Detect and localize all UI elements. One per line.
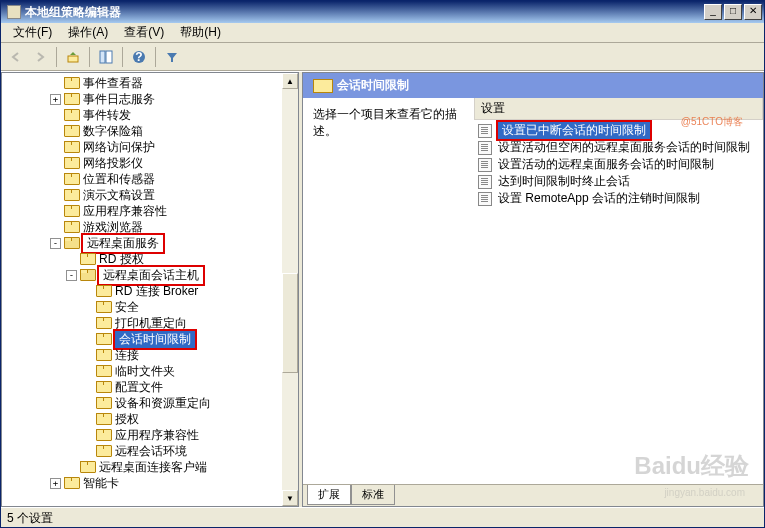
tree-item[interactable]: 临时文件夹 — [2, 363, 298, 379]
tree-item[interactable]: 授权 — [2, 411, 298, 427]
folder-icon — [96, 365, 110, 377]
tree-item-label[interactable]: RD 连接 Broker — [113, 283, 200, 300]
settings-pane: 设置 设置已中断会话的时间限制设置活动但空闲的远程桌面服务会话的时间限制设置活动… — [473, 98, 763, 484]
svg-rect-1 — [100, 51, 105, 63]
tree-item[interactable]: 网络访问保护 — [2, 139, 298, 155]
tree-item-label[interactable]: 应用程序兼容性 — [113, 427, 201, 444]
tree-item[interactable]: 演示文稿设置 — [2, 187, 298, 203]
maximize-button[interactable]: □ — [724, 4, 742, 20]
tree-item[interactable]: 网络投影仪 — [2, 155, 298, 171]
tree-item[interactable]: 应用程序兼容性 — [2, 427, 298, 443]
tree-item-label[interactable]: 临时文件夹 — [113, 363, 177, 380]
tree-item[interactable]: 应用程序兼容性 — [2, 203, 298, 219]
tree-item-label[interactable]: 远程会话环境 — [113, 443, 189, 460]
settings-column-header[interactable]: 设置 — [474, 98, 763, 120]
tree-item[interactable]: 会话时间限制 — [2, 331, 298, 347]
menubar: 文件(F) 操作(A) 查看(V) 帮助(H) — [1, 23, 764, 43]
tree-item-label[interactable]: 智能卡 — [81, 475, 121, 492]
toolbar: ? — [1, 43, 764, 71]
scroll-up-button[interactable]: ▲ — [282, 73, 298, 89]
tree-panel[interactable]: 事件查看器+事件日志服务事件转发数字保险箱网络访问保护网络投影仪位置和传感器演示… — [1, 72, 299, 507]
list-item[interactable]: 设置已中断会话的时间限制 — [474, 122, 763, 139]
tree-item[interactable]: RD 连接 Broker — [2, 283, 298, 299]
no-expand — [50, 222, 61, 233]
list-item-label[interactable]: 设置已中断会话的时间限制 — [496, 120, 652, 141]
no-expand — [82, 286, 93, 297]
window-buttons: _ □ ✕ — [704, 4, 762, 20]
no-expand — [50, 174, 61, 185]
no-expand — [82, 302, 93, 313]
policy-icon — [478, 158, 492, 172]
close-button[interactable]: ✕ — [744, 4, 762, 20]
titlebar[interactable]: 本地组策略编辑器 _ □ ✕ — [1, 1, 764, 23]
list-item[interactable]: 设置 RemoteApp 会话的注销时间限制 — [474, 190, 763, 207]
tree-item-label[interactable]: 数字保险箱 — [81, 123, 145, 140]
list-item[interactable]: 设置活动的远程桌面服务会话的时间限制 — [474, 156, 763, 173]
tree-item-label[interactable]: 授权 — [113, 411, 141, 428]
collapse-icon[interactable]: - — [66, 270, 77, 281]
tree-item[interactable]: 安全 — [2, 299, 298, 315]
tree-item[interactable]: 数字保险箱 — [2, 123, 298, 139]
filter-button[interactable] — [161, 46, 183, 68]
view-tabs: 扩展 标准 — [303, 484, 763, 506]
folder-icon — [64, 189, 78, 201]
detail-header: 会话时间限制 — [303, 73, 763, 98]
tree-scrollbar[interactable]: ▲ ▼ — [282, 73, 298, 506]
scroll-thumb[interactable] — [282, 273, 298, 373]
list-item-label[interactable]: 设置 RemoteApp 会话的注销时间限制 — [496, 190, 702, 207]
tree-item-label[interactable]: 事件转发 — [81, 107, 133, 124]
expand-icon[interactable]: + — [50, 478, 61, 489]
folder-icon — [96, 285, 110, 297]
tree-item[interactable]: 位置和传感器 — [2, 171, 298, 187]
folder-icon — [80, 269, 94, 281]
tree-item[interactable]: +智能卡 — [2, 475, 298, 491]
menu-file[interactable]: 文件(F) — [5, 22, 60, 43]
menu-view[interactable]: 查看(V) — [116, 22, 172, 43]
folder-icon — [80, 461, 94, 473]
tree-item-label[interactable]: 事件查看器 — [81, 75, 145, 92]
tree-item-label[interactable]: 连接 — [113, 347, 141, 364]
tree-item[interactable]: 事件查看器 — [2, 75, 298, 91]
tree-item[interactable]: -远程桌面服务 — [2, 235, 298, 251]
tree-item[interactable]: 配置文件 — [2, 379, 298, 395]
tree-item-label[interactable]: 位置和传感器 — [81, 171, 157, 188]
no-expand — [50, 158, 61, 169]
tree-item-label[interactable]: 远程桌面连接客户端 — [97, 459, 209, 476]
expand-icon[interactable]: + — [50, 94, 61, 105]
tree-item[interactable]: +事件日志服务 — [2, 91, 298, 107]
list-item-label[interactable]: 设置活动的远程桌面服务会话的时间限制 — [496, 156, 716, 173]
tree-item-label[interactable]: 事件日志服务 — [81, 91, 157, 108]
scroll-down-button[interactable]: ▼ — [282, 490, 298, 506]
window-title: 本地组策略编辑器 — [25, 4, 704, 21]
show-hide-button[interactable] — [95, 46, 117, 68]
list-item-label[interactable]: 达到时间限制时终止会话 — [496, 173, 632, 190]
menu-help[interactable]: 帮助(H) — [172, 22, 229, 43]
tree-item-label[interactable]: 网络投影仪 — [81, 155, 145, 172]
tree-item[interactable]: 事件转发 — [2, 107, 298, 123]
tree-item[interactable]: -远程桌面会话主机 — [2, 267, 298, 283]
tree-item-label[interactable]: 网络访问保护 — [81, 139, 157, 156]
list-item-label[interactable]: 设置活动但空闲的远程桌面服务会话的时间限制 — [496, 139, 752, 156]
no-expand — [82, 430, 93, 441]
up-button[interactable] — [62, 46, 84, 68]
list-item[interactable]: 设置活动但空闲的远程桌面服务会话的时间限制 — [474, 139, 763, 156]
collapse-icon[interactable]: - — [50, 238, 61, 249]
tree-item-label[interactable]: 配置文件 — [113, 379, 165, 396]
list-item[interactable]: 达到时间限制时终止会话 — [474, 173, 763, 190]
folder-icon — [80, 253, 94, 265]
tree-item-label[interactable]: 应用程序兼容性 — [81, 203, 169, 220]
tree-item-label[interactable]: 安全 — [113, 299, 141, 316]
tree-item-label[interactable]: 设备和资源重定向 — [113, 395, 213, 412]
tree-item[interactable]: 远程桌面连接客户端 — [2, 459, 298, 475]
folder-icon — [64, 93, 78, 105]
tab-extended[interactable]: 扩展 — [307, 485, 351, 505]
help-button[interactable]: ? — [128, 46, 150, 68]
tab-standard[interactable]: 标准 — [351, 485, 395, 505]
tree-item[interactable]: 设备和资源重定向 — [2, 395, 298, 411]
menu-action[interactable]: 操作(A) — [60, 22, 116, 43]
policy-icon — [478, 192, 492, 206]
tree-item[interactable]: 远程会话环境 — [2, 443, 298, 459]
tree-item-label[interactable]: 演示文稿设置 — [81, 187, 157, 204]
minimize-button[interactable]: _ — [704, 4, 722, 20]
folder-icon — [64, 77, 78, 89]
